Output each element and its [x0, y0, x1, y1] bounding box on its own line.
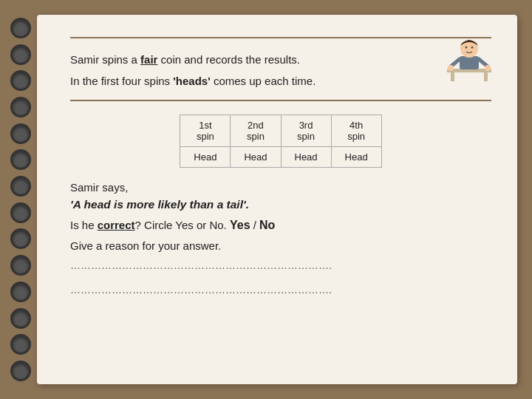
person-illustration: [443, 35, 495, 83]
spin-table-wrapper: 1stspin 2ndspin 3rdspin 4thspin Head Hea…: [70, 115, 491, 168]
slash: /: [250, 219, 260, 231]
spiral-ring: [10, 97, 31, 117]
intro-heads-word: 'heads': [173, 75, 211, 87]
result-cell-4: Head: [331, 146, 381, 167]
spiral-binding: [0, 0, 41, 399]
spiral-ring: [10, 255, 31, 276]
spiral-ring: [10, 70, 31, 91]
result-cell-2: Head: [231, 146, 281, 167]
spiral-ring: [10, 18, 31, 38]
intro-fair-word: fair: [140, 53, 157, 66]
page-container: Samir spins a fair coin and records the …: [0, 0, 532, 399]
spiral-ring: [10, 123, 31, 144]
spiral-ring: [10, 361, 31, 381]
result-cell-3: Head: [281, 146, 331, 167]
samir-says-label: Samir says,: [70, 181, 491, 194]
spiral-ring: [10, 334, 31, 355]
yes-option[interactable]: Yes: [230, 219, 250, 231]
col-header-1: 1stspin: [180, 115, 231, 146]
paper: Samir spins a fair coin and records the …: [37, 15, 517, 384]
svg-point-6: [471, 47, 474, 49]
top-decorative-line: [70, 37, 491, 38]
divider-line: [70, 100, 491, 101]
spiral-ring: [10, 202, 31, 223]
spiral-ring: [10, 228, 31, 249]
intro-line1-start: Samir spins a: [70, 53, 140, 66]
intro-line2-end: comes up each time.: [211, 75, 316, 87]
spin-table: 1stspin 2ndspin 3rdspin 4thspin Head Hea…: [180, 115, 381, 168]
reason-text: Give a reason for your answer.: [70, 239, 491, 252]
col-header-2: 2ndspin: [231, 115, 281, 146]
intro-text-line1: Samir spins a fair coin and records the …: [70, 52, 491, 69]
svg-point-9: [448, 65, 454, 71]
quote-text: 'A head is more likely than a tail'.: [70, 198, 491, 211]
spiral-ring: [10, 149, 31, 170]
result-cell-1: Head: [180, 146, 231, 167]
spiral-ring: [10, 282, 31, 302]
intro-text-line2: In the first four spins 'heads' comes up…: [70, 73, 491, 90]
spiral-ring: [10, 176, 31, 197]
svg-point-5: [466, 47, 468, 49]
question-end: ? Circle Yes or No.: [135, 219, 227, 231]
no-option[interactable]: No: [259, 219, 275, 231]
svg-rect-1: [451, 72, 454, 81]
question-start: Is he: [70, 219, 98, 231]
svg-rect-2: [484, 72, 488, 81]
spiral-ring: [10, 308, 31, 329]
svg-point-10: [485, 65, 491, 71]
col-header-4: 4thspin: [331, 115, 381, 146]
intro-line2-start: In the first four spins: [70, 75, 173, 87]
svg-rect-3: [460, 56, 479, 69]
spiral-ring: [10, 44, 31, 65]
question-text: Is he correct? Circle Yes or No. Yes / N…: [70, 219, 491, 232]
intro-line1-end: coin and records the results.: [157, 53, 300, 66]
answer-line-1[interactable]: ………………………………………………………………….: [70, 258, 491, 273]
answer-line-2[interactable]: ………………………………………………………………….: [70, 282, 491, 298]
person-svg: [443, 35, 495, 83]
col-header-3: 3rdspin: [281, 115, 331, 146]
question-correct-word: correct: [98, 219, 135, 231]
